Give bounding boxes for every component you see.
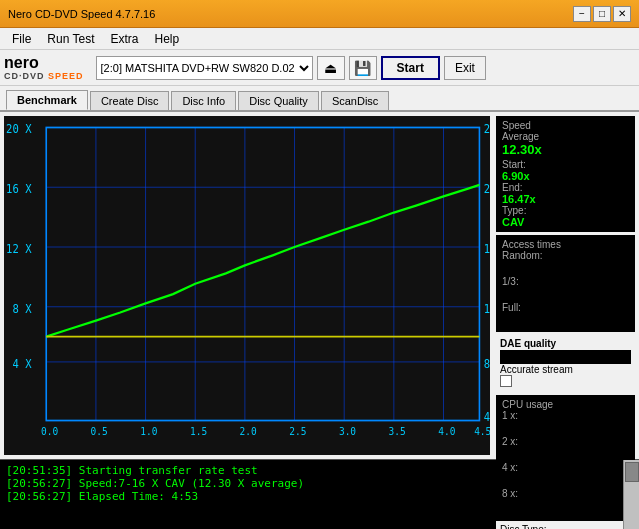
toolbar: nero CD·DVD SPEED [2:0] MATSHITA DVD+RW … [0,50,639,86]
end-label: End: [502,182,629,193]
svg-text:4 X: 4 X [12,357,31,371]
log-area: [20:51:35] Starting transfer rate test [… [0,459,639,529]
menu-file[interactable]: File [4,30,39,48]
svg-text:3.5: 3.5 [389,426,406,437]
eject-icon[interactable]: ⏏ [317,56,345,80]
titlebar: Nero CD-DVD Speed 4.7.7.16 − □ ✕ [0,0,639,28]
end-value: 16.47x [502,193,629,205]
menu-runtest[interactable]: Run Test [39,30,102,48]
full-label: Full: [502,302,629,313]
svg-text:2.0: 2.0 [240,426,257,437]
log-scrollbar[interactable] [623,460,639,529]
title-text: Nero CD-DVD Speed 4.7.7.16 [8,8,155,20]
start-value: 6.90x [502,170,629,182]
speed-label: Speed [502,120,629,131]
random-label: Random: [502,250,629,261]
log-content: [20:51:35] Starting transfer rate test [… [0,460,623,529]
svg-text:16: 16 [484,242,490,256]
save-icon[interactable]: 💾 [349,56,377,80]
logo: nero CD·DVD SPEED [4,55,84,81]
close-button[interactable]: ✕ [613,6,631,22]
svg-text:24: 24 [484,123,490,137]
cpu-2x-label: 2 x: [502,436,629,447]
one-third-label: 1/3: [502,276,629,287]
start-label: Start: [502,159,629,170]
cpu-1x-bar [502,422,629,436]
minimize-button[interactable]: − [573,6,591,22]
drive-selector[interactable]: [2:0] MATSHITA DVD+RW SW820 D.02 [96,56,313,80]
dae-quality-section: DAE quality Accurate stream [496,335,635,392]
svg-text:20 X: 20 X [6,123,32,137]
svg-text:12: 12 [484,302,490,316]
chart-area: 20 X 16 X 12 X 8 X 4 X 24 20 16 12 8 4 0… [4,116,490,455]
accurate-stream-checkbox[interactable] [500,375,512,387]
dae-quality-label: DAE quality [500,338,631,349]
svg-text:0.0: 0.0 [41,426,58,437]
main-content: 20 X 16 X 12 X 8 X 4 X 24 20 16 12 8 4 0… [0,112,639,459]
type-label: Type: [502,205,629,216]
svg-text:12 X: 12 X [6,242,32,256]
cpu-usage-label: CPU usage [502,399,629,410]
full-bar [502,314,629,328]
cpu-1x-label: 1 x: [502,410,629,421]
svg-text:16 X: 16 X [6,183,32,197]
svg-text:4.0: 4.0 [438,426,455,437]
random-bar [502,262,629,276]
average-label: Average [502,131,629,142]
svg-text:2.5: 2.5 [289,426,306,437]
svg-text:1.5: 1.5 [190,426,207,437]
access-times-section: Access times Random: 1/3: Full: [496,235,635,332]
svg-text:8: 8 [484,357,490,371]
access-times-label: Access times [502,239,629,250]
average-value: 12.30x [502,142,629,157]
menu-extra[interactable]: Extra [102,30,146,48]
svg-text:4.5: 4.5 [474,426,490,437]
svg-text:20: 20 [484,183,490,197]
maximize-button[interactable]: □ [593,6,611,22]
tab-benchmark[interactable]: Benchmark [6,90,88,110]
menu-help[interactable]: Help [147,30,188,48]
tabbar: Benchmark Create Disc Disc Info Disc Qua… [0,86,639,112]
start-button[interactable]: Start [381,56,440,80]
svg-text:0.5: 0.5 [91,426,108,437]
svg-text:8 X: 8 X [12,302,31,316]
tab-scandisc[interactable]: ScanDisc [321,91,389,110]
svg-rect-0 [4,116,490,455]
chart-svg: 20 X 16 X 12 X 8 X 4 X 24 20 16 12 8 4 0… [4,116,490,455]
tab-create-disc[interactable]: Create Disc [90,91,169,110]
menubar: File Run Test Extra Help [0,28,639,50]
window-controls: − □ ✕ [573,6,631,22]
accurate-stream-label: Accurate stream [500,364,631,375]
log-line-2: [20:56:27] Speed:7-16 X CAV (12.30 X ave… [6,477,617,490]
type-value: CAV [502,216,629,228]
tab-disc-quality[interactable]: Disc Quality [238,91,319,110]
speed-section: Speed Average 12.30x Start: 6.90x End: 1… [496,116,635,232]
dae-bar [500,350,631,364]
right-panel: Speed Average 12.30x Start: 6.90x End: 1… [494,112,639,459]
exit-button[interactable]: Exit [444,56,486,80]
log-line-3: [20:56:27] Elapsed Time: 4:53 [6,490,617,503]
svg-text:3.0: 3.0 [339,426,356,437]
log-line-1: [20:51:35] Starting transfer rate test [6,464,617,477]
svg-text:4: 4 [484,410,490,424]
svg-text:1.0: 1.0 [140,426,157,437]
tab-disc-info[interactable]: Disc Info [171,91,236,110]
one-third-bar [502,288,629,302]
